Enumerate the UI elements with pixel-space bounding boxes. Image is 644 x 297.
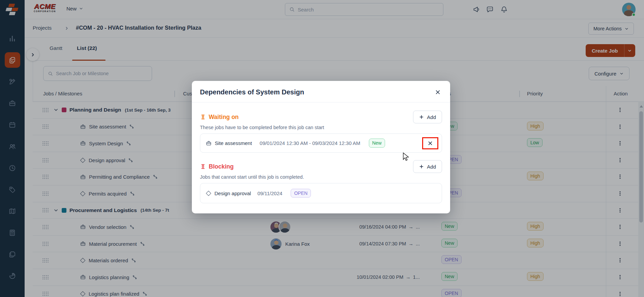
- status-badge: OPEN: [291, 189, 311, 198]
- dependency-date-range: 09/01/2024 12:30 AM - 09/03/2024 12:30 A…: [260, 140, 360, 146]
- add-label: Add: [427, 164, 436, 170]
- blocking-description: Jobs that cannot start until this job is…: [200, 174, 442, 180]
- blocking-item: Design approval 09/11/2024 OPEN: [200, 183, 442, 203]
- modal-close-button[interactable]: [433, 88, 442, 96]
- add-waiting-on-button[interactable]: Add: [413, 111, 442, 123]
- blocking-label: Blocking: [209, 163, 234, 170]
- briefcase-icon: [206, 140, 212, 146]
- hourglass-icon: [200, 114, 206, 120]
- plus-icon: [419, 164, 424, 169]
- close-icon: [435, 90, 440, 95]
- add-blocking-button[interactable]: Add: [413, 160, 442, 173]
- plus-icon: [419, 115, 424, 119]
- hourglass-icon: [200, 164, 206, 170]
- action-highlight-box: [422, 137, 438, 149]
- waiting-on-item: Site assessment 09/01/2024 12:30 AM - 09…: [200, 133, 442, 153]
- dependencies-modal: Dependencies of System Design Waiting on…: [192, 81, 450, 213]
- status-badge: New: [369, 139, 385, 147]
- dependency-date: 09/11/2024: [257, 190, 282, 196]
- add-label: Add: [427, 114, 436, 120]
- remove-dependency-button[interactable]: [426, 139, 435, 148]
- close-icon: [428, 141, 433, 146]
- milestone-diamond-icon: [206, 190, 211, 196]
- dependency-job-name: Site assessment: [215, 140, 252, 146]
- mouse-cursor: [402, 152, 410, 162]
- waiting-on-label: Waiting on: [209, 114, 239, 121]
- dependency-milestone-name: Design approval: [214, 190, 251, 196]
- modal-title: Dependencies of System Design: [200, 88, 304, 96]
- waiting-on-description: These jobs have to be completed before t…: [200, 125, 442, 130]
